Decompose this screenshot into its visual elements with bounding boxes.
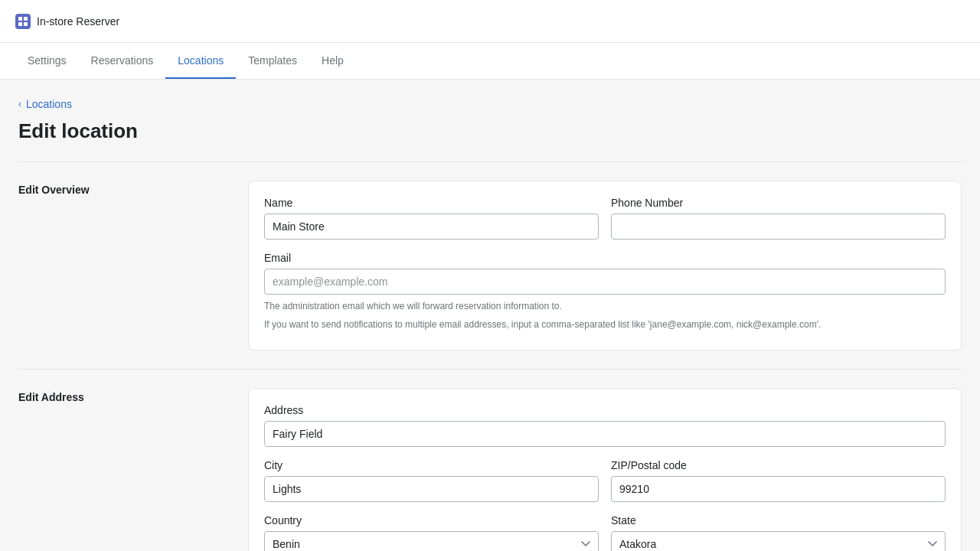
address-section: Edit Address Address City ZIP/Postal cod… <box>18 369 962 551</box>
nav-templates[interactable]: Templates <box>236 44 309 79</box>
app-icon <box>15 14 31 29</box>
address-field-label: Address <box>264 404 946 416</box>
nav-settings[interactable]: Settings <box>15 44 79 79</box>
name-group: Name <box>264 197 599 240</box>
email-label: Email <box>264 252 946 264</box>
svg-rect-3 <box>24 22 28 26</box>
svg-rect-0 <box>18 17 22 21</box>
address-input[interactable] <box>264 421 946 447</box>
name-label: Name <box>264 197 599 209</box>
name-input[interactable] <box>264 214 599 240</box>
zip-input[interactable] <box>611 476 946 502</box>
page-title: Edit location <box>18 119 962 143</box>
state-select[interactable]: Atakora <box>611 531 946 551</box>
address-card: Address City ZIP/Postal code Country <box>248 388 962 551</box>
nav-locations[interactable]: Locations <box>165 44 236 79</box>
app-title: In-store Reserver <box>37 15 119 28</box>
state-label: State <box>611 514 946 527</box>
top-bar: In-store Reserver <box>0 0 980 43</box>
email-input[interactable] <box>264 269 946 295</box>
city-label: City <box>264 459 599 471</box>
breadcrumb[interactable]: ‹ Locations <box>18 98 962 110</box>
phone-group: Phone Number <box>611 197 946 240</box>
nav-bar: Settings Reservations Locations Template… <box>0 43 980 80</box>
country-group: Country Benin <box>264 514 599 551</box>
city-input[interactable] <box>264 476 599 502</box>
email-row: Email The administration email which we … <box>264 252 946 331</box>
address-group: Address <box>264 404 946 447</box>
overview-label: Edit Overview <box>18 181 248 196</box>
email-help-2: If you want to send notifications to mul… <box>264 318 946 331</box>
overview-card: Name Phone Number Email The administrati… <box>248 181 962 350</box>
country-label: Country <box>264 514 599 527</box>
breadcrumb-arrow-icon: ‹ <box>18 99 21 109</box>
email-help-1: The administration email which we will f… <box>264 299 946 313</box>
city-group: City <box>264 459 599 502</box>
city-zip-row: City ZIP/Postal code <box>264 459 946 502</box>
main-content: ‹ Locations Edit location Edit Overview … <box>0 80 980 551</box>
state-group: State Atakora <box>611 514 946 551</box>
country-state-row: Country Benin State Atakora <box>264 514 946 551</box>
phone-label: Phone Number <box>611 197 946 209</box>
name-phone-row: Name Phone Number <box>264 197 946 240</box>
zip-group: ZIP/Postal code <box>611 459 946 502</box>
overview-section: Edit Overview Name Phone Number Email Th… <box>18 161 962 369</box>
address-label: Edit Address <box>18 388 248 403</box>
email-group: Email The administration email which we … <box>264 252 946 331</box>
zip-label: ZIP/Postal code <box>611 459 946 471</box>
svg-rect-1 <box>24 17 28 21</box>
breadcrumb-label: Locations <box>26 98 72 110</box>
country-select[interactable]: Benin <box>264 531 599 551</box>
nav-reservations[interactable]: Reservations <box>79 44 166 79</box>
nav-help[interactable]: Help <box>309 44 356 79</box>
phone-input[interactable] <box>611 214 946 240</box>
address-row: Address <box>264 404 946 447</box>
svg-rect-2 <box>18 22 22 26</box>
